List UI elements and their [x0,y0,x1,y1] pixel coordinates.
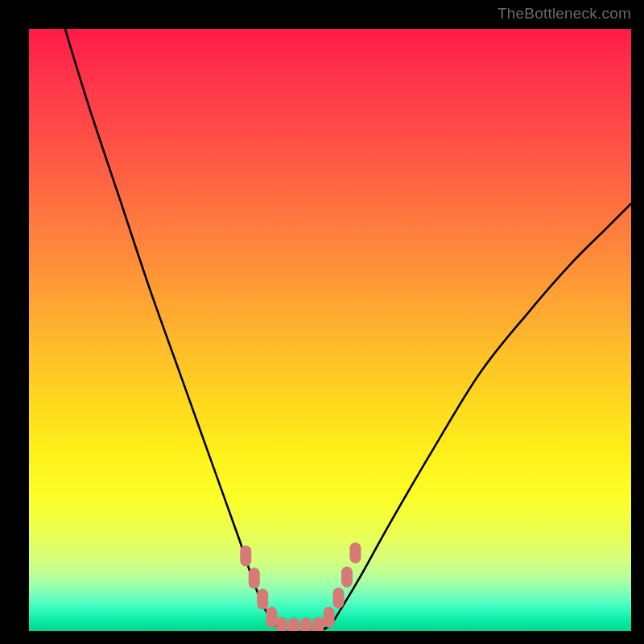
marker-point [312,617,324,631]
watermark-text: TheBottleneck.com [497,5,631,23]
marker-point [288,617,299,631]
marker-point [276,617,287,631]
marker-point [349,543,361,564]
marker-point [324,607,335,628]
marker-point [249,568,260,588]
marker-point [300,617,312,631]
series-right-curve [318,204,631,631]
series-left-curve [65,29,282,631]
curve-layer [29,29,631,631]
chart-frame: TheBottleneck.com [0,0,644,644]
plot-area [29,29,631,631]
marker-point [341,567,353,588]
marker-point [257,588,268,609]
marker-point [332,588,344,609]
marker-point [266,607,277,628]
marker-point [240,546,251,567]
